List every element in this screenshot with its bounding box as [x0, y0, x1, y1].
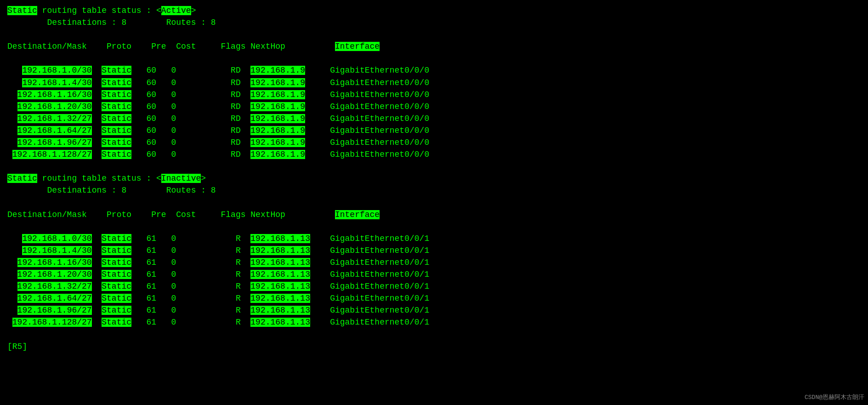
prompt[interactable]: [R5]	[7, 342, 27, 351]
route-2-6: 192.168.1.64/27 Static 61 0 R 192.168.1.…	[7, 292, 861, 304]
nh-1-7: 192.168.1.9	[250, 138, 305, 147]
static-highlight-2: Static	[7, 174, 37, 183]
status-pre-2: routing table status : <	[37, 174, 161, 183]
route-1-7: 192.168.1.96/27 Static 60 0 RD 192.168.1…	[7, 137, 861, 148]
proto-1-1: Static	[102, 66, 131, 75]
proto-2-3: Static	[102, 258, 131, 267]
nh-1-3: 192.168.1.9	[250, 90, 305, 99]
nh-1-6: 192.168.1.9	[250, 126, 305, 135]
section1-header: Destination/Mask Proto Pre Cost Flags Ne…	[7, 40, 861, 52]
nh-2-4: 192.168.1.13	[250, 270, 310, 279]
dest-2-6: 192.168.1.64/27	[17, 294, 92, 303]
blank4	[7, 197, 861, 209]
route-1-1: 192.168.1.0/30 Static 60 0 RD 192.168.1.…	[7, 64, 861, 76]
route-1-6: 192.168.1.64/27 Static 60 0 RD 192.168.1…	[7, 125, 861, 137]
dest-2-2: 192.168.1.4/30	[22, 246, 91, 255]
blank3	[7, 160, 861, 172]
nh-2-5: 192.168.1.13	[250, 282, 310, 291]
route-1-5: 192.168.1.32/27 Static 60 0 RD 192.168.1…	[7, 113, 861, 125]
static-highlight-1: Static	[7, 6, 37, 15]
active-highlight: Active	[161, 6, 191, 15]
prompt-line[interactable]: [R5]	[7, 341, 861, 353]
dest-1-2: 192.168.1.4/30	[22, 78, 91, 87]
interface-header-1: Interface	[335, 42, 380, 51]
nh-2-6: 192.168.1.13	[250, 294, 310, 303]
route-1-2: 192.168.1.4/30 Static 60 0 RD 192.168.1.…	[7, 77, 861, 89]
watermark: CSDN@恩赫阿木古朗汗	[805, 393, 864, 401]
route-2-7: 192.168.1.96/27 Static 61 0 R 192.168.1.…	[7, 304, 861, 316]
nh-1-2: 192.168.1.9	[250, 78, 305, 87]
proto-2-2: Static	[102, 246, 131, 255]
col-dest-2: Destination/Mask Proto Pre Cost Flags Ne…	[7, 210, 335, 219]
section1-summary: Destinations : 8 Routes : 8	[7, 17, 861, 29]
blank5	[7, 221, 861, 233]
proto-2-4: Static	[102, 270, 131, 279]
route-2-1: 192.168.1.0/30 Static 61 0 R 192.168.1.1…	[7, 233, 861, 245]
route-2-8: 192.168.1.128/27 Static 61 0 R 192.168.1…	[7, 316, 861, 328]
col-dest-1: Destination/Mask Proto Pre Cost Flags Ne…	[7, 42, 335, 51]
interface-header-2: Interface	[335, 210, 380, 219]
section1-status-line: Static routing table status : <Active>	[7, 5, 861, 17]
dest-2-3: 192.168.1.16/30	[17, 258, 92, 267]
dest-2-7: 192.168.1.96/27	[17, 306, 92, 315]
nh-1-4: 192.168.1.9	[250, 102, 305, 111]
terminal: Static routing table status : <Active> D…	[7, 5, 861, 353]
proto-2-1: Static	[102, 234, 131, 243]
nh-2-3: 192.168.1.13	[250, 258, 310, 267]
proto-1-5: Static	[102, 114, 131, 123]
proto-1-3: Static	[102, 90, 131, 99]
proto-2-8: Static	[102, 318, 131, 327]
nh-2-7: 192.168.1.13	[250, 306, 310, 315]
proto-1-4: Static	[102, 102, 131, 111]
route-1-4: 192.168.1.20/30 Static 60 0 RD 192.168.1…	[7, 101, 861, 113]
blank2	[7, 52, 861, 64]
dest-1-4: 192.168.1.20/30	[17, 102, 92, 111]
route-1-8: 192.168.1.128/27 Static 60 0 RD 192.168.…	[7, 148, 861, 160]
nh-1-1: 192.168.1.9	[250, 66, 305, 75]
dest-1-7: 192.168.1.96/27	[17, 138, 92, 147]
blank6	[7, 329, 861, 341]
section2-status-line: Static routing table status : <Inactive>	[7, 172, 861, 184]
route-2-4: 192.168.1.20/30 Static 61 0 R 192.168.1.…	[7, 268, 861, 280]
blank1	[7, 29, 861, 40]
dest-2-1: 192.168.1.0/30	[22, 234, 91, 243]
proto-1-2: Static	[102, 78, 131, 87]
status-pre-1: routing table status : <	[37, 6, 161, 15]
dest-1-8: 192.168.1.128/27	[12, 150, 92, 159]
status-post-2: >	[201, 174, 206, 183]
nh-1-5: 192.168.1.9	[250, 114, 305, 123]
route-2-5: 192.168.1.32/27 Static 61 0 R 192.168.1.…	[7, 280, 861, 292]
nh-1-8: 192.168.1.9	[250, 150, 305, 159]
dest-2-5: 192.168.1.32/27	[17, 282, 92, 291]
nh-2-8: 192.168.1.13	[250, 318, 310, 327]
proto-1-8: Static	[102, 150, 131, 159]
dest-1-3: 192.168.1.16/30	[17, 90, 92, 99]
dest-2-8: 192.168.1.128/27	[12, 318, 92, 327]
nh-2-1: 192.168.1.13	[250, 234, 310, 243]
inactive-highlight: Inactive	[161, 174, 201, 183]
proto-2-5: Static	[102, 282, 131, 291]
proto-2-6: Static	[102, 294, 131, 303]
proto-1-7: Static	[102, 138, 131, 147]
proto-1-6: Static	[102, 126, 131, 135]
section2-header: Destination/Mask Proto Pre Cost Flags Ne…	[7, 209, 861, 221]
proto-2-7: Static	[102, 306, 131, 315]
route-1-3: 192.168.1.16/30 Static 60 0 RD 192.168.1…	[7, 89, 861, 101]
dest-1-5: 192.168.1.32/27	[17, 114, 92, 123]
route-2-2: 192.168.1.4/30 Static 61 0 R 192.168.1.1…	[7, 245, 861, 257]
dest-1-1: 192.168.1.0/30	[22, 66, 91, 75]
section2-summary: Destinations : 8 Routes : 8	[7, 184, 861, 196]
dest-1-6: 192.168.1.64/27	[17, 126, 92, 135]
status-post-1: >	[191, 6, 196, 15]
nh-2-2: 192.168.1.13	[250, 246, 310, 255]
route-2-3: 192.168.1.16/30 Static 61 0 R 192.168.1.…	[7, 257, 861, 268]
dest-2-4: 192.168.1.20/30	[17, 270, 92, 279]
